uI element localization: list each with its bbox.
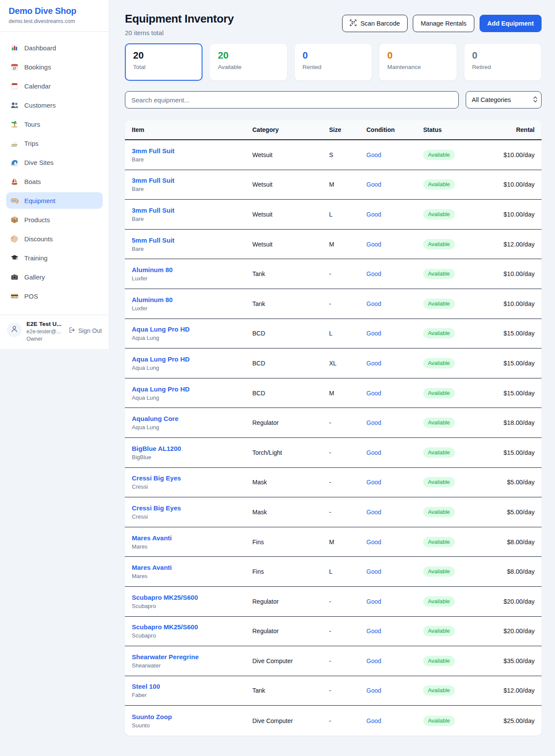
condition-link[interactable]: Good	[366, 181, 381, 188]
condition-link[interactable]: Good	[366, 270, 381, 277]
status-badge: Available	[423, 537, 455, 547]
item-size: -	[329, 687, 366, 694]
table-row: Cressi Big Eyes Cressi Mask - Good Avail…	[125, 468, 542, 498]
item-name-link[interactable]: Shearwater Peregrine	[132, 653, 252, 661]
item-category: Dive Computer	[252, 717, 329, 724]
item-name-link[interactable]: Scubapro MK25/S600	[132, 623, 252, 631]
condition-link[interactable]: Good	[366, 509, 381, 516]
item-name-link[interactable]: Aqualung Core	[132, 415, 252, 422]
item-cell: Cressi Big Eyes Cressi	[132, 504, 252, 520]
condition-link[interactable]: Good	[366, 330, 381, 337]
scan-barcode-button[interactable]: Scan Barcode	[342, 15, 408, 32]
item-name-link[interactable]: Aqua Lung Pro HD	[132, 325, 252, 333]
item-category: BCD	[252, 360, 329, 367]
item-name-link[interactable]: 3mm Full Suit	[132, 177, 252, 184]
category-filter-select[interactable]: All Categories	[466, 91, 542, 108]
sidebar-item-pos[interactable]: POS	[6, 288, 103, 304]
status-cell: Available	[423, 388, 488, 398]
person-icon	[10, 325, 19, 335]
scan-barcode-label: Scan Barcode	[360, 20, 400, 27]
condition-link[interactable]: Good	[366, 241, 381, 248]
condition-cell: Good	[366, 241, 423, 248]
sidebar-item-calendar[interactable]: Calendar	[6, 78, 103, 94]
sidebar-item-dashboard[interactable]: Dashboard	[6, 39, 103, 56]
item-name-link[interactable]: BigBlue AL1200	[132, 445, 252, 452]
sidebar-item-bookings[interactable]: 17 Bookings	[6, 59, 103, 75]
stat-card-total[interactable]: 20 Total	[125, 43, 202, 81]
item-size: -	[329, 479, 366, 486]
condition-link[interactable]: Good	[366, 300, 381, 307]
brand-domain: demo.test.divestreams.com	[9, 18, 100, 24]
item-category: Wetsuit	[252, 241, 329, 248]
condition-link[interactable]: Good	[366, 687, 381, 694]
sign-out-button[interactable]: Sign Out	[69, 327, 102, 335]
item-name-link[interactable]: Cressi Big Eyes	[132, 474, 252, 482]
item-category: Dive Computer	[252, 657, 329, 664]
item-name-link[interactable]: Cressi Big Eyes	[132, 504, 252, 512]
condition-link[interactable]: Good	[366, 449, 381, 456]
sidebar-item-training[interactable]: Training	[6, 250, 103, 266]
item-name-link[interactable]: 5mm Full Suit	[132, 237, 252, 244]
item-name-link[interactable]: Mares Avanti	[132, 534, 252, 542]
search-input[interactable]	[125, 91, 459, 108]
filters-row: All Categories	[125, 91, 542, 108]
item-name-link[interactable]: Aluminum 80	[132, 266, 252, 273]
stat-card-retired[interactable]: 0 Retired	[464, 43, 542, 81]
stat-card-maintenance[interactable]: 0 Maintenance	[379, 43, 457, 81]
item-category: Wetsuit	[252, 211, 329, 218]
sidebar-item-tours[interactable]: Tours	[6, 116, 103, 132]
brand-block: Demo Dive Shop demo.test.divestreams.com	[0, 0, 109, 32]
item-brand: Bare	[132, 216, 252, 222]
item-rental-rate: $35.00/day	[488, 657, 535, 664]
status-badge: Available	[423, 299, 455, 309]
item-category: Wetsuit	[252, 151, 329, 158]
item-name-link[interactable]: 3mm Full Suit	[132, 207, 252, 214]
condition-link[interactable]: Good	[366, 568, 381, 575]
add-equipment-button[interactable]: Add Equipment	[480, 15, 542, 32]
condition-link[interactable]: Good	[366, 479, 381, 486]
item-name-link[interactable]: Suunto Zoop	[132, 713, 252, 720]
sidebar-item-products[interactable]: Products	[6, 211, 103, 228]
item-cell: 3mm Full Suit Bare	[132, 147, 252, 163]
condition-link[interactable]: Good	[366, 628, 381, 634]
sidebar-item-trips[interactable]: Trips	[6, 135, 103, 151]
sidebar-item-equipment[interactable]: Equipment	[6, 192, 103, 209]
item-name-link[interactable]: Aqua Lung Pro HD	[132, 385, 252, 393]
table-row: Aqualung Core Aqua Lung Regulator - Good…	[125, 408, 542, 438]
stat-card-available[interactable]: 20 Available	[209, 43, 287, 81]
condition-link[interactable]: Good	[366, 360, 381, 367]
item-name-link[interactable]: Aluminum 80	[132, 296, 252, 303]
item-category: Fins	[252, 568, 329, 575]
item-size: M	[329, 390, 366, 397]
sidebar-item-customers[interactable]: Customers	[6, 97, 103, 113]
item-name-link[interactable]: 3mm Full Suit	[132, 147, 252, 154]
item-brand: Suunto	[132, 722, 252, 729]
sidebar-item-boats[interactable]: Boats	[6, 173, 103, 190]
condition-link[interactable]: Good	[366, 717, 381, 724]
sidebar-item-dive-sites[interactable]: Dive Sites	[6, 154, 103, 171]
scan-barcode-icon	[350, 20, 356, 27]
condition-link[interactable]: Good	[366, 539, 381, 546]
item-cell: Aqua Lung Pro HD Aqua Lung	[132, 325, 252, 341]
item-size: -	[329, 300, 366, 307]
item-name-link[interactable]: Steel 100	[132, 683, 252, 690]
manage-rentals-button[interactable]: Manage Rentals	[413, 15, 474, 32]
item-name-link[interactable]: Aqua Lung Pro HD	[132, 355, 252, 363]
condition-cell: Good	[366, 598, 423, 605]
condition-link[interactable]: Good	[366, 151, 381, 158]
item-brand: Scubapro	[132, 632, 252, 639]
sidebar-item-gallery[interactable]: Gallery	[6, 269, 103, 285]
condition-link[interactable]: Good	[366, 657, 381, 664]
condition-link[interactable]: Good	[366, 211, 381, 218]
item-name-link[interactable]: Mares Avanti	[132, 564, 252, 571]
item-name-link[interactable]: Scubapro MK25/S600	[132, 594, 252, 601]
condition-link[interactable]: Good	[366, 598, 381, 605]
item-brand: BigBlue	[132, 454, 252, 460]
stat-card-rented[interactable]: 0 Rented	[294, 43, 372, 81]
camera-icon	[10, 273, 19, 281]
sidebar-item-discounts[interactable]: Discounts	[6, 230, 103, 247]
item-category: Regulator	[252, 628, 329, 634]
sign-out-label: Sign Out	[78, 327, 102, 334]
condition-link[interactable]: Good	[366, 390, 381, 397]
condition-link[interactable]: Good	[366, 419, 381, 426]
